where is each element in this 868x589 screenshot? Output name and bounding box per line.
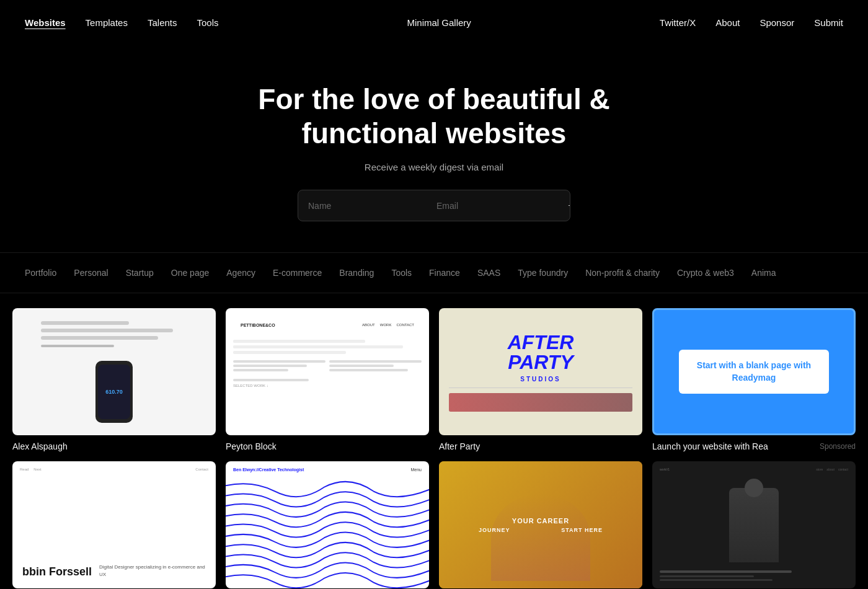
nav-item-submit[interactable]: Submit [814,17,843,28]
gallery-item-label: After Party [439,441,642,451]
filter-tabs: PortfolioPersonalStartupOne pageAgencyE-… [0,252,868,293]
gallery-item-ben-elwyn[interactable]: Ben Elwyn://Creative Technologist Menu .… [226,461,429,589]
gallery-item-after-party[interactable]: AFTERPARTY STUDIOS After Party [439,308,642,451]
nav-item-websites[interactable]: Websites [25,17,66,28]
gallery-item-label: Launch your website with Rea Sponsored [652,441,856,451]
nav-item-tools[interactable]: Tools [197,17,219,28]
filter-tab-nonprofit[interactable]: Non-profit & charity [585,268,660,278]
thumb-career: YOUR CAREER JOURNEY START HERE [439,461,642,588]
hero-subtitle: Receive a weekly digest via email [25,162,843,172]
filter-tab-branding[interactable]: Branding [339,268,374,278]
thumb-readymag: Start with a blank page with Readymag [652,308,856,435]
thumb-alex: 610.70 [12,308,216,435]
thumb-afterparty: AFTERPARTY STUDIOS [439,308,642,435]
email-input[interactable] [427,192,555,219]
hero-title: For the love of beautiful & functional w… [25,82,843,151]
filter-tab-anima[interactable]: Anima [751,268,776,278]
name-input[interactable] [298,192,427,219]
phone-mockup: 610.70 [95,361,133,423]
nav-item-about[interactable]: About [715,17,740,28]
gallery-item-alex-alspaugh[interactable]: 610.70 Alex Alspaugh [12,308,216,451]
thumb-robbin: Read Next Contact bbin Forssell Digital … [12,461,216,588]
nav-item-talents[interactable]: Talents [148,17,177,28]
header: WebsitesTemplatesTalentsTools Minimal Ga… [0,0,868,45]
nav-item-sponsor[interactable]: Sponsor [760,17,794,28]
gallery: 610.70 Alex Alspaugh PETTIBONE&CO ABOUT … [0,293,868,589]
nav-right: Twitter/XAboutSponsorSubmit [660,17,843,28]
thumb-peyton: PETTIBONE&CO ABOUT WORK CONTACT [226,308,429,435]
gallery-item-readymag[interactable]: Start with a blank page with Readymag La… [652,308,856,451]
gallery-item-label: Alex Alspaugh [12,441,216,451]
filter-tab-saas[interactable]: SAAS [477,268,500,278]
filter-tab-tools[interactable]: Tools [391,268,412,278]
gallery-item-robbin-forssell[interactable]: Read Next Contact bbin Forssell Digital … [12,461,216,589]
subscribe-form: → [298,190,570,221]
gallery-item-dark-site[interactable]: work//1 store about contact [652,461,856,589]
filter-tab-ecommerce[interactable]: E-commerce [273,268,322,278]
gallery-item-peyton-block[interactable]: PETTIBONE&CO ABOUT WORK CONTACT [226,308,429,451]
filter-tab-agency[interactable]: Agency [226,268,255,278]
gallery-item-label: Peyton Block [226,441,429,451]
brand-name: Minimal Gallery [407,17,471,28]
filter-tab-one-page[interactable]: One page [171,268,210,278]
hero-section: For the love of beautiful & functional w… [0,45,868,252]
gallery-item-your-career[interactable]: YOUR CAREER JOURNEY START HERE Your Care… [439,461,642,589]
filter-tab-crypto[interactable]: Crypto & web3 [677,268,734,278]
thumb-elwyn: Ben Elwyn://Creative Technologist Menu .… [226,461,429,588]
filter-tab-startup[interactable]: Startup [126,268,154,278]
nav-item-templates[interactable]: Templates [86,17,128,28]
filter-tab-finance[interactable]: Finance [429,268,460,278]
filter-tab-personal[interactable]: Personal [74,268,108,278]
nav-item-twitter[interactable]: Twitter/X [660,17,696,28]
nav-left: WebsitesTemplatesTalentsTools [25,17,219,28]
filter-tab-type-foundry[interactable]: Type foundry [518,268,568,278]
thumb-dark: work//1 store about contact [652,461,856,588]
subscribe-button[interactable]: → [555,190,570,221]
filter-tab-portfolio[interactable]: Portfolio [25,268,56,278]
